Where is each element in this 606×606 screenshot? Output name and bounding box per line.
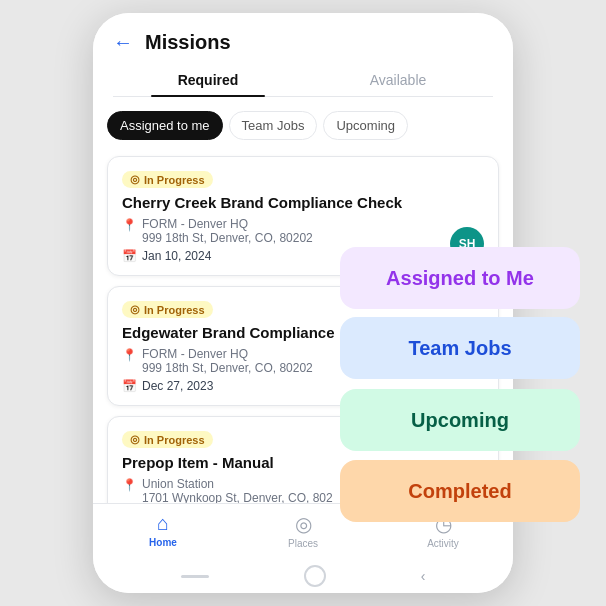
bottom-nav: ⌂ Home ◎ Places ◷ Activity <box>93 503 513 559</box>
status-badge: In Progress <box>122 431 213 448</box>
job-date: 📅 Jan 10, 2024 <box>122 249 484 263</box>
header: ← Missions <box>93 13 513 64</box>
job-location: 📍 FORM - Denver HQ999 18th St, Denver, C… <box>122 217 484 245</box>
activity-icon: ◷ <box>435 512 452 536</box>
calendar-icon: 📅 <box>122 249 137 263</box>
sys-circle <box>304 565 326 587</box>
location-icon: 📍 <box>122 348 137 362</box>
job-title: Prepop Item - Manual <box>122 454 484 471</box>
location-icon: 📍 <box>122 478 137 492</box>
sys-arrow: ‹ <box>421 568 426 584</box>
job-card[interactable]: In Progress Prepop Item - Manual 📍 Union… <box>107 416 499 503</box>
sys-bar <box>181 575 209 578</box>
nav-activity[interactable]: ◷ Activity <box>373 512 513 549</box>
location-icon: 📍 <box>122 218 137 232</box>
jobs-list: In Progress Cherry Creek Brand Complianc… <box>93 146 513 503</box>
job-title: Cherry Creek Brand Compliance Check <box>122 194 484 211</box>
back-button[interactable]: ← <box>113 31 133 54</box>
nav-activity-label: Activity <box>427 538 459 549</box>
page-title: Missions <box>145 31 231 54</box>
status-badge: In Progress <box>122 171 213 188</box>
subtab-upcoming[interactable]: Upcoming <box>323 111 408 140</box>
home-icon: ⌂ <box>157 512 169 535</box>
calendar-icon: 📅 <box>122 379 137 393</box>
places-icon: ◎ <box>295 512 312 536</box>
sub-tabs: Assigned to me Team Jobs Upcoming <box>93 105 513 146</box>
job-title: Edgewater Brand Compliance <box>122 324 484 341</box>
system-nav: ‹ <box>93 559 513 593</box>
job-card[interactable]: In Progress Cherry Creek Brand Complianc… <box>107 156 499 276</box>
job-card[interactable]: In Progress Edgewater Brand Compliance 📍… <box>107 286 499 406</box>
job-date: 📅 Dec 27, 2023 <box>122 379 484 393</box>
subtab-assigned[interactable]: Assigned to me <box>107 111 223 140</box>
status-badge: In Progress <box>122 301 213 318</box>
nav-places[interactable]: ◎ Places <box>233 512 373 549</box>
subtab-team[interactable]: Team Jobs <box>229 111 318 140</box>
main-tabs: Required Available <box>113 64 493 97</box>
tab-required[interactable]: Required <box>113 64 303 96</box>
job-location: 📍 FORM - Denver HQ999 18th St, Denver, C… <box>122 347 484 375</box>
job-location: 📍 Union Station1701 Wynkoop St, Denver, … <box>122 477 484 503</box>
nav-home-label: Home <box>149 537 177 548</box>
nav-home[interactable]: ⌂ Home <box>93 512 233 549</box>
nav-places-label: Places <box>288 538 318 549</box>
avatar: SH <box>450 227 484 261</box>
tab-available[interactable]: Available <box>303 64 493 96</box>
